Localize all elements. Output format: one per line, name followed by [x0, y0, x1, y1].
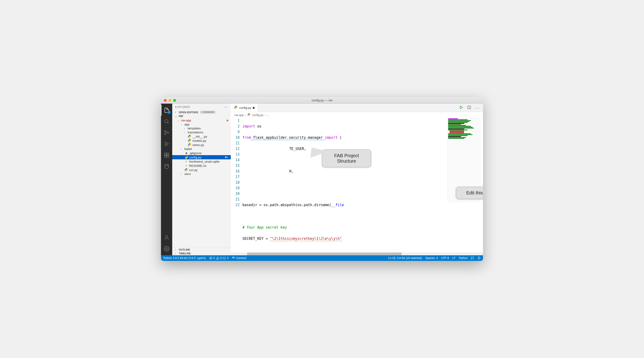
account-icon[interactable]: [161, 232, 172, 243]
problems-status[interactable]: 5 8 3: [209, 256, 228, 260]
tree-item-config-py[interactable]: config.py9+: [172, 155, 231, 159]
python-icon: [247, 113, 251, 117]
maximize-window-button[interactable]: [173, 99, 176, 102]
chevron-right-icon: ›: [175, 248, 178, 251]
line-number: 16: [236, 168, 240, 174]
traffic-lights: [164, 99, 176, 102]
db-file-icon: ≡: [184, 160, 188, 163]
sidebar: EXPLORER ⋯ › OPEN EDITORS 1 UNSAVED ⌄ NW…: [172, 104, 231, 255]
svg-rect-5: [167, 153, 169, 155]
run-debug-icon[interactable]: [161, 138, 172, 150]
line-number: 19: [236, 185, 240, 191]
database-icon[interactable]: [161, 161, 172, 172]
python-icon: [234, 106, 238, 110]
tree-item-label: venv: [184, 172, 229, 176]
python-interpreter[interactable]: Python 3.8.3 64-bit ('3.8.3': pyenv): [163, 256, 206, 260]
run-file-icon[interactable]: [459, 105, 463, 110]
tree-item--gitignore[interactable]: ◆.gitignore: [172, 151, 231, 155]
tree-item-views-py[interactable]: views.py: [172, 143, 231, 147]
chevron-right-icon: ›: [265, 114, 266, 117]
code-editor[interactable]: 12910111213141516171819202122 import os …: [231, 118, 483, 252]
dirty-indicator-icon: [253, 107, 254, 109]
encoding[interactable]: UTF-8: [441, 256, 449, 260]
line-number: 10: [236, 135, 240, 140]
file-tree: ⌄nw-app⌄app›templates›translations__init…: [172, 118, 231, 248]
code-content[interactable]: import os from flask_appbuilder.security…: [242, 118, 483, 252]
source-control-icon[interactable]: [161, 127, 172, 138]
tree-item-label: __init__.py: [192, 135, 229, 138]
tree-item-templates[interactable]: ›templates: [172, 126, 231, 130]
notifications-icon[interactable]: [478, 256, 481, 260]
tree-item-label: templates: [188, 126, 229, 130]
timeline-header[interactable]: › TIMELINE: [172, 252, 231, 255]
titlebar: config.py — nw: [161, 97, 483, 104]
py-file-icon: [184, 168, 188, 172]
tree-item-label: .gitignore: [189, 152, 229, 155]
line-number: 9: [236, 129, 240, 135]
scrollbar-thumb[interactable]: [247, 252, 402, 255]
editor-tab[interactable]: config.py: [231, 104, 258, 112]
horizontal-scrollbar[interactable]: [231, 252, 483, 255]
sidebar-title: EXPLORER: [175, 106, 190, 108]
feedback-icon[interactable]: [471, 256, 474, 260]
svg-point-2: [165, 134, 166, 135]
split-editor-icon[interactable]: [467, 105, 471, 110]
chevron-icon: ⌄: [178, 119, 180, 122]
tree-item-venv[interactable]: ›venv: [172, 172, 231, 176]
breadcrumb-part: config.py: [252, 114, 263, 117]
svg-point-10: [166, 248, 167, 250]
settings-icon[interactable]: [161, 243, 172, 254]
extensions-icon[interactable]: [161, 150, 172, 161]
tree-item-app[interactable]: ⌄app: [172, 122, 231, 126]
tree-item-models-py[interactable]: models.py: [172, 138, 231, 143]
language-mode[interactable]: Python: [459, 256, 468, 260]
tree-item-northwind-small-sqlite[interactable]: ≡Northwind_small.sqlite: [172, 159, 231, 164]
tree-item-readme-rst[interactable]: ≡README.rst: [172, 164, 231, 168]
line-number: 15: [236, 163, 240, 168]
tree-item-translations[interactable]: ›translations: [172, 130, 231, 134]
tab-label: config.py: [239, 106, 251, 110]
chevron-icon: ⌄: [181, 123, 184, 126]
chevron-icon: ›: [181, 173, 184, 175]
minimize-window-button[interactable]: [168, 99, 171, 102]
remote-connect[interactable]: Connect: [232, 256, 246, 260]
tree-item-nw-app[interactable]: ⌄nw-app: [172, 118, 231, 122]
sidebar-header: EXPLORER ⋯: [172, 104, 231, 110]
more-actions-icon[interactable]: ⋯: [475, 105, 479, 110]
svg-point-3: [168, 132, 169, 133]
editor-actions: ⋯: [456, 104, 483, 112]
line-number: 13: [236, 152, 240, 157]
search-icon[interactable]: [161, 116, 172, 127]
line-number: 14: [236, 157, 240, 163]
git-file-icon: ◆: [184, 151, 188, 155]
error-icon: [209, 256, 212, 260]
line-number: 17: [236, 174, 240, 180]
cursor-position[interactable]: Ln 16, Col 84 (19 selected): [388, 256, 422, 260]
open-editors-header[interactable]: › OPEN EDITORS 1 UNSAVED: [172, 110, 231, 114]
tree-item---init---py[interactable]: __init__.py: [172, 134, 231, 138]
warning-icon: [216, 256, 219, 260]
explorer-icon[interactable]: 1: [161, 104, 172, 116]
eol[interactable]: LF: [452, 256, 456, 260]
close-window-button[interactable]: [164, 99, 166, 102]
indentation[interactable]: Spaces: 4: [425, 256, 438, 260]
breadcrumb[interactable]: nw-app › config.py › ...: [231, 112, 483, 118]
explorer-badge: 1: [168, 111, 171, 114]
workspace-header[interactable]: ⌄ NW: [172, 114, 231, 118]
chevron-icon: ›: [181, 148, 184, 150]
tree-item-label: app: [184, 122, 229, 126]
tree-item-label: Northwind_small.sqlite: [189, 160, 229, 163]
tree-item-run-py[interactable]: run.py: [172, 168, 231, 172]
breadcrumb-part: ...: [267, 114, 269, 117]
main-area: 1: [161, 104, 483, 255]
tree-item-babel[interactable]: ›babel: [172, 147, 231, 151]
sidebar-footer: › OUTLINE › TIMELINE: [172, 248, 231, 255]
workspace-label: NW: [179, 115, 183, 118]
tree-item-label: nw-app: [181, 119, 229, 122]
outline-header[interactable]: › OUTLINE: [172, 248, 231, 252]
window-title: config.py — nw: [161, 98, 483, 102]
py-file-icon: [188, 134, 192, 138]
tree-item-label: translations: [188, 130, 229, 134]
chevron-right-icon: ›: [175, 111, 178, 114]
chevron-down-icon: ⌄: [175, 115, 178, 118]
